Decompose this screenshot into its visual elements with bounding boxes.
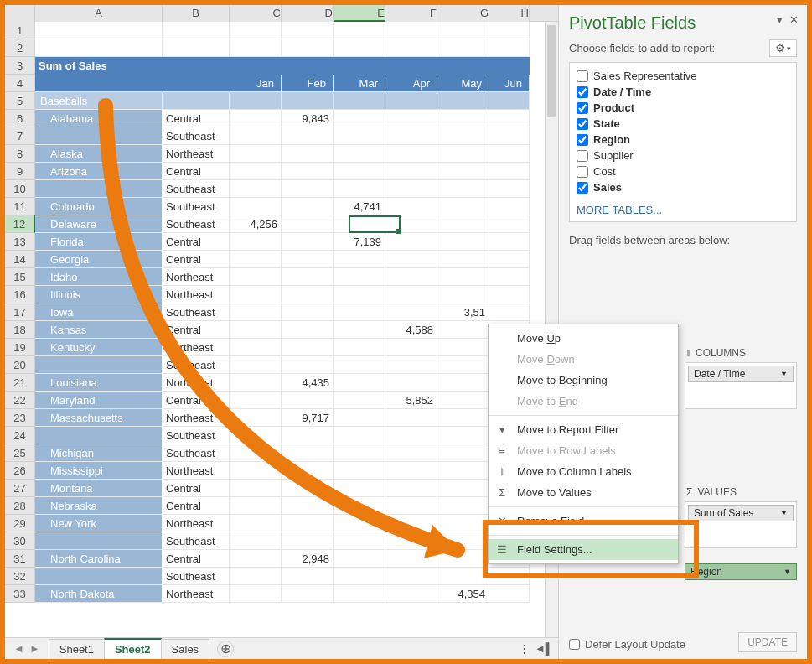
row-header[interactable]: 14 [5,251,35,268]
state-label[interactable]: Arizona [35,163,163,180]
select-all-corner[interactable] [5,5,35,22]
field-checkbox[interactable] [577,182,588,194]
sheet-tab-sheet2[interactable]: Sheet2 [104,638,162,660]
value-cell[interactable] [385,480,437,497]
value-cell[interactable]: 9,717 [282,409,334,427]
value-cell[interactable] [385,251,437,268]
value-cell[interactable] [489,198,530,215]
pivot-header-cell[interactable] [489,57,530,75]
row-header[interactable]: 27 [5,480,35,497]
field-item[interactable]: Sales Representative [573,68,793,84]
state-label[interactable]: Maryland [35,392,163,409]
value-cell[interactable] [437,321,489,339]
pivot-collabel-blank[interactable] [163,75,230,92]
state-label[interactable] [35,180,163,198]
row-header[interactable]: 5 [5,92,35,110]
row-header[interactable]: 20 [5,356,35,374]
pivot-sum-label[interactable]: Sum of Sales [35,57,163,75]
value-cell[interactable] [230,339,282,356]
value-cell[interactable] [437,480,489,497]
value-cell[interactable] [385,532,437,550]
month-header[interactable]: Jan [230,75,282,92]
month-header[interactable]: Feb [282,75,334,92]
row-header[interactable]: 17 [5,303,35,321]
field-item[interactable]: Sales [573,179,793,195]
value-cell[interactable] [282,180,334,198]
update-button[interactable]: UPDATE [738,632,797,652]
field-checkbox[interactable] [577,166,588,178]
region-cell[interactable]: Southeast [163,532,230,550]
spreadsheet[interactable]: A B C D E F G H 123Sum of Sales4JanFebMa… [5,5,558,637]
row-header[interactable]: 13 [5,233,35,251]
value-cell[interactable] [334,251,385,268]
state-label[interactable]: Kansas [35,321,163,339]
pivot-group-cell[interactable] [489,92,530,110]
field-checkbox[interactable] [577,102,588,114]
pivot-header-cell[interactable] [163,57,230,75]
col-header-E[interactable]: E [334,5,385,22]
region-cell[interactable]: Central [163,550,230,568]
value-cell[interactable] [437,462,489,480]
value-cell[interactable] [230,444,282,462]
value-cell[interactable] [385,585,437,603]
values-area[interactable]: Sum of Sales▼ [685,501,797,548]
state-label[interactable]: Alaska [35,145,163,163]
row-header[interactable]: 28 [5,497,35,515]
value-cell[interactable] [437,163,489,180]
value-cell[interactable] [334,497,385,515]
pivot-header-cell[interactable] [437,57,489,75]
row-header[interactable]: 30 [5,532,35,550]
row-header[interactable]: 31 [5,550,35,568]
value-cell[interactable] [385,303,437,321]
value-cell[interactable] [385,110,437,127]
field-item[interactable]: Date / Time [573,84,793,100]
value-cell[interactable] [334,268,385,286]
row-header[interactable]: 9 [5,163,35,180]
value-cell[interactable]: 2,948 [282,550,334,568]
state-label[interactable]: Louisiana [35,374,163,392]
region-cell[interactable]: Northeast [163,409,230,427]
ctx-move-to-values[interactable]: ΣMove to Values [489,482,678,503]
month-header[interactable]: Jun [489,75,530,92]
pivot-group-cell[interactable] [385,92,437,110]
value-cell[interactable] [489,215,530,233]
value-cell[interactable] [230,233,282,251]
rows-pill-region[interactable]: Region▼ [685,563,797,580]
value-cell[interactable] [489,268,530,286]
field-list[interactable]: Sales RepresentativeDate / TimeProductSt… [569,62,797,222]
pivot-header-cell[interactable] [334,57,385,75]
value-cell[interactable] [282,233,334,251]
value-cell[interactable] [230,515,282,532]
state-label[interactable]: New York [35,515,163,532]
pivot-group-cell[interactable] [282,92,334,110]
value-cell[interactable] [385,286,437,303]
row-header[interactable]: 22 [5,392,35,409]
value-cell[interactable] [282,497,334,515]
value-cell[interactable] [489,251,530,268]
value-cell[interactable]: 3,51 [437,303,489,321]
pane-close-icon[interactable]: ✕ [789,13,799,26]
state-label[interactable] [35,356,163,374]
empty-cell[interactable] [437,39,489,57]
empty-cell[interactable] [437,22,489,39]
value-cell[interactable] [334,356,385,374]
state-label[interactable]: North Carolina [35,550,163,568]
value-cell[interactable] [489,233,530,251]
region-cell[interactable]: Central [163,233,230,251]
value-cell[interactable] [334,515,385,532]
sheet-tab-sheet1[interactable]: Sheet1 [49,639,105,659]
region-cell[interactable]: Southeast [163,215,230,233]
value-cell[interactable]: 9,843 [282,110,334,127]
field-checkbox[interactable] [577,86,588,98]
row-header[interactable]: 32 [5,568,35,585]
value-cell[interactable] [334,568,385,585]
state-label[interactable] [35,532,163,550]
state-label[interactable]: Iowa [35,303,163,321]
value-cell[interactable] [230,585,282,603]
field-checkbox[interactable] [577,70,588,82]
row-header[interactable]: 15 [5,268,35,286]
value-cell[interactable] [282,215,334,233]
value-cell[interactable] [282,480,334,497]
row-header[interactable]: 8 [5,145,35,163]
value-cell[interactable] [437,356,489,374]
